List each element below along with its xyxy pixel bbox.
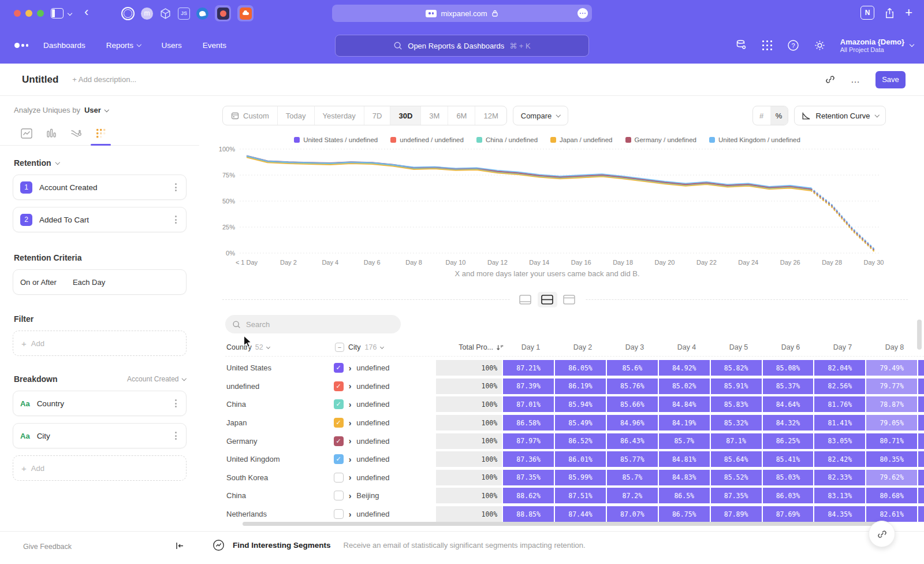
row-checkbox[interactable] [334,509,344,519]
date-range-6m[interactable]: 6M [448,106,475,125]
tab-flows[interactable] [64,122,88,145]
breakdown-card[interactable]: AaCity [13,423,187,448]
day-column-header[interactable]: Day 6 [765,343,817,351]
give-feedback-link[interactable]: Give Feedback [23,543,72,551]
m-extension-icon[interactable]: m [141,8,153,20]
kebab-menu-icon[interactable] [173,397,179,410]
legend-item[interactable]: Japan / undefined [550,136,612,143]
row-checkbox[interactable]: ✓ [334,436,344,446]
add-breakdown-button[interactable]: + Add [13,455,187,481]
global-search-button[interactable]: Open Reports & Dashboards ⌘ + K [335,35,589,57]
total-column-header[interactable]: Total Pro... [438,343,505,351]
more-options-icon[interactable]: … [851,75,860,85]
day-column-header[interactable]: Day 1 [505,343,557,351]
legend-item[interactable]: undefined / undefined [390,136,464,143]
day-column-header[interactable]: Day 3 [609,343,661,351]
criteria-condition[interactable]: On or After [20,278,57,287]
day-column-header[interactable]: Day 7 [817,343,869,351]
analyze-uniques-control[interactable]: Analyze Uniques by User [14,106,199,114]
apps-grid-icon[interactable] [762,40,773,51]
compare-button[interactable]: Compare [513,106,568,125]
retention-step-card[interactable]: 2Added To Cart [13,207,187,232]
back-button[interactable]: ‹ [84,5,88,20]
js-extension-icon[interactable]: JS [178,8,190,20]
vertical-scrollbar[interactable] [917,320,922,350]
breakdown-event-selector[interactable]: Account Created [127,375,185,383]
nav-item-reports[interactable]: Reports [106,41,141,50]
tab-retention[interactable] [88,122,113,145]
browser-sidebar-toggle-icon[interactable] [51,8,64,18]
nav-item-events[interactable]: Events [203,41,226,50]
settings-gear-icon[interactable] [814,39,826,51]
chevron-down-icon[interactable] [68,11,72,16]
row-checkbox[interactable]: ✓ [334,363,344,373]
collapse-sidebar-icon[interactable] [175,541,185,550]
share-icon[interactable] [884,7,895,19]
country-column-header[interactable]: Country 52 [225,343,335,351]
expand-row-icon[interactable]: › [349,400,352,409]
tab-insights[interactable] [14,122,39,145]
retention-section-header[interactable]: Retention [14,158,185,168]
day-column-header[interactable]: Day 8 [869,343,921,351]
row-checkbox[interactable]: ✓ [334,454,344,464]
expand-row-icon[interactable]: › [349,455,352,463]
date-range-12m[interactable]: 12M [475,106,506,125]
url-options-icon[interactable] [578,8,588,18]
retention-line-chart[interactable]: 100%75%50%25%0%< 1 DayDay 2Day 4Day 6Day… [212,146,888,268]
close-window-button[interactable] [14,10,21,17]
view-chart-only-button[interactable] [516,292,535,307]
expand-row-icon[interactable]: › [349,364,352,372]
format-percent-button[interactable]: % [770,106,788,125]
kebab-menu-icon[interactable] [173,181,179,194]
horizontal-scrollbar[interactable] [243,522,889,526]
view-split-button[interactable] [538,292,557,307]
expand-row-icon[interactable]: › [349,419,352,427]
add-description[interactable]: + Add description... [72,75,136,84]
day-column-header[interactable]: Day 5 [713,343,765,351]
date-range-custom[interactable]: Custom [223,106,277,125]
row-checkbox[interactable]: ✓ [334,399,344,409]
project-switcher[interactable]: Amazonia {Demo} All Project Data [840,38,914,53]
expand-row-icon[interactable]: › [349,510,352,518]
date-range-yesterday[interactable]: Yesterday [314,106,364,125]
kebab-menu-icon[interactable] [173,429,179,442]
chart-type-dropdown[interactable]: Retention Curve [794,106,886,125]
legend-item[interactable]: United States / undefined [294,136,378,143]
retention-step-card[interactable]: 1Account Created [13,175,187,200]
password-extension-icon[interactable] [121,7,135,20]
help-icon[interactable]: ? [787,39,799,51]
select-all-checkbox[interactable]: − [335,343,344,352]
date-range-30d[interactable]: 30D [390,106,420,125]
cloud-extension-icon[interactable] [237,5,254,21]
expand-row-icon[interactable]: › [349,492,352,500]
share-link-fab[interactable] [869,521,895,547]
expand-row-icon[interactable]: › [349,382,352,390]
table-search-input[interactable]: Search [225,315,401,333]
format-count-button[interactable]: # [753,106,770,125]
product-extension-icon[interactable] [215,5,231,21]
save-button[interactable]: Save [875,71,906,88]
copy-link-icon[interactable] [825,74,836,85]
day-column-header[interactable]: Day 2 [557,343,609,351]
find-segments-row[interactable]: Find Interesting Segments Receive an ema… [213,539,586,551]
expand-row-icon[interactable]: › [349,473,352,481]
day-column-header[interactable]: Day 4 [661,343,713,351]
criteria-card[interactable]: On or After Each Day [13,269,187,295]
city-column-header[interactable]: − City 176 [335,343,438,352]
bird-extension-icon[interactable] [196,8,208,20]
criteria-interval[interactable]: Each Day [73,278,105,287]
breakdown-card[interactable]: AaCountry [13,391,187,416]
zoom-window-button[interactable] [37,10,44,17]
add-filter-button[interactable]: + Add [13,331,187,356]
report-title[interactable]: Untitled [22,74,58,86]
data-management-icon[interactable] [735,39,747,51]
notion-extension-icon[interactable]: N [860,6,874,20]
tab-funnels[interactable] [39,122,64,145]
nav-item-users[interactable]: Users [162,41,182,50]
row-checkbox[interactable]: ✓ [334,418,344,428]
legend-item[interactable]: Germany / undefined [625,136,696,143]
cube-extension-icon[interactable] [159,8,172,20]
expand-row-icon[interactable]: › [349,437,352,445]
nav-item-dashboards[interactable]: Dashboards [43,41,85,50]
kebab-menu-icon[interactable] [173,213,179,226]
